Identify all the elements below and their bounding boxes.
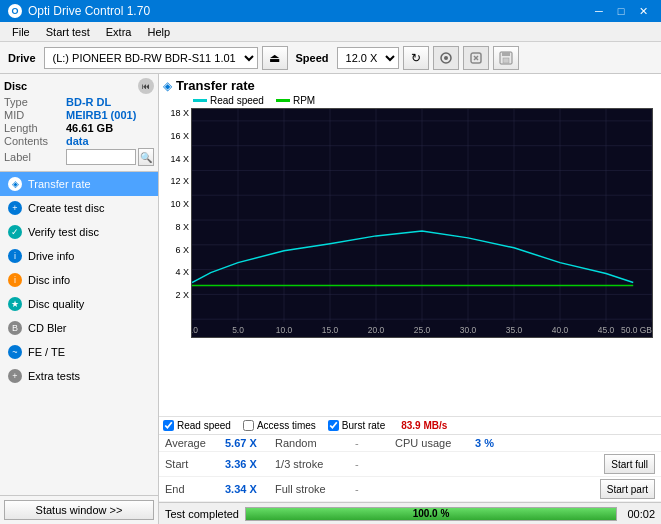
action-btn-2[interactable] [463,46,489,70]
start-part-button[interactable]: Start part [600,479,655,499]
nav-item-fe-te[interactable]: ~ FE / TE [0,340,158,364]
nav-icon-verify-test-disc: ✓ [8,225,22,239]
disc-icon-btn[interactable]: ⏮ [138,78,154,94]
y-label-4: 4 X [163,267,189,277]
nav-item-verify-test-disc[interactable]: ✓ Verify test disc [0,220,158,244]
checkboxes-row: Read speed Access times Burst rate 83.9 … [159,416,661,434]
checkbox-access-times[interactable] [243,420,254,431]
drive-select[interactable]: (L:) PIONEER BD-RW BDR-S11 1.01 [44,47,258,69]
disc-label-input[interactable] [66,149,136,165]
y-label-14: 14 X [163,154,189,164]
svg-rect-6 [502,52,510,56]
nav-label-cd-bler: CD Bler [28,322,67,334]
svg-text:45.0: 45.0 [598,325,615,335]
nav-label-disc-info: Disc info [28,274,70,286]
close-button[interactable]: ✕ [633,3,653,19]
stats-stroke13-label: 1/3 stroke [275,458,355,470]
nav-icon-cd-bler: B [8,321,22,335]
legend-color-read-speed [193,99,207,102]
check-read-speed: Read speed [163,420,231,431]
nav-item-disc-info[interactable]: i Disc info [0,268,158,292]
disc-length-label: Length [4,122,66,134]
legend-label-rpm: RPM [293,95,315,106]
nav-item-extra-tests[interactable]: + Extra tests [0,364,158,388]
window-controls: ─ □ ✕ [589,3,653,19]
nav-item-create-test-disc[interactable]: + Create test disc [0,196,158,220]
disc-type-row: Type BD-R DL [4,96,154,108]
progress-label: Test completed [165,508,239,520]
svg-text:15.0: 15.0 [322,325,339,335]
menu-extra[interactable]: Extra [98,24,140,40]
title-bar: O Opti Drive Control 1.70 ─ □ ✕ [0,0,661,22]
chart-area: ◈ Transfer rate Read speed RPM 18 X 16 X [159,74,661,416]
nav-item-disc-quality[interactable]: ★ Disc quality [0,292,158,316]
stats-random-value: - [355,437,395,449]
y-label-12: 12 X [163,176,189,186]
disc-mid-label: MID [4,109,66,121]
nav-icon-extra-tests: + [8,369,22,383]
menu-start-test[interactable]: Start test [38,24,98,40]
stats-cpu-label: CPU usage [395,437,475,449]
check-burst-rate: Burst rate [328,420,385,431]
check-read-speed-label: Read speed [177,420,231,431]
nav-menu: ◈ Transfer rate + Create test disc ✓ Ver… [0,172,158,495]
stats-random-label: Random [275,437,355,449]
svg-text:35.0: 35.0 [506,325,523,335]
status-bar: Status window >> [0,495,158,524]
nav-item-transfer-rate[interactable]: ◈ Transfer rate [0,172,158,196]
stats-row-1: Average 5.67 X Random - CPU usage 3 % [159,435,661,452]
chart-svg: 0.0 5.0 10.0 15.0 20.0 25.0 30.0 35.0 40… [192,109,652,337]
speed-select[interactable]: 12.0 X [337,47,399,69]
menu-file[interactable]: File [4,24,38,40]
y-axis: 18 X 16 X 14 X 12 X 10 X 8 X 6 X 4 X 2 X… [163,108,191,338]
stats-end-value: 3.34 X [225,483,275,495]
nav-icon-drive-info: i [8,249,22,263]
legend-read-speed: Read speed [193,95,264,106]
stats-row-3: End 3.34 X Full stroke - Start part [159,477,661,502]
stats-end-label: End [165,483,225,495]
progress-bar-outer: 100.0 % [245,507,617,521]
disc-length-value: 46.61 GB [66,122,113,134]
checkbox-read-speed[interactable] [163,420,174,431]
nav-label-extra-tests: Extra tests [28,370,80,382]
svg-text:0.0: 0.0 [192,325,198,335]
nav-item-cd-bler[interactable]: B CD Bler [0,316,158,340]
eject-button[interactable]: ⏏ [262,46,288,70]
action-btn-1[interactable] [433,46,459,70]
stats-stroke13-value: - [355,458,395,470]
nav-item-drive-info[interactable]: i Drive info [0,244,158,268]
svg-text:50.0 GB: 50.0 GB [621,325,652,335]
nav-label-fe-te: FE / TE [28,346,65,358]
nav-label-transfer-rate: Transfer rate [28,178,91,190]
nav-label-drive-info: Drive info [28,250,74,262]
disc-contents-value[interactable]: data [66,135,89,147]
minimize-button[interactable]: ─ [589,3,609,19]
chart-title-text: Transfer rate [176,78,255,93]
svg-rect-7 [503,58,509,63]
legend-rpm: RPM [276,95,315,106]
svg-text:30.0: 30.0 [460,325,477,335]
disc-label-search-btn[interactable]: 🔍 [138,148,154,166]
menu-help[interactable]: Help [139,24,178,40]
svg-text:20.0: 20.0 [368,325,385,335]
maximize-button[interactable]: □ [611,3,631,19]
progress-bar-area: Test completed 100.0 % 00:02 [159,502,661,524]
y-label-8: 8 X [163,222,189,232]
disc-length-row: Length 46.61 GB [4,122,154,134]
nav-icon-disc-info: i [8,273,22,287]
disc-contents-label: Contents [4,135,66,147]
start-full-button[interactable]: Start full [604,454,655,474]
app-icon: O [8,4,22,18]
stats-row-2: Start 3.36 X 1/3 stroke - Start full [159,452,661,477]
svg-text:40.0: 40.0 [552,325,569,335]
stats-start-label: Start [165,458,225,470]
check-burst-rate-label: Burst rate [342,420,385,431]
stats-fullstroke-value: - [355,483,395,495]
check-access-times: Access times [243,420,316,431]
burst-rate-value: 83.9 MB/s [401,420,447,431]
save-button[interactable] [493,46,519,70]
status-window-btn[interactable]: Status window >> [4,500,154,520]
nav-icon-create-test-disc: + [8,201,22,215]
checkbox-burst-rate[interactable] [328,420,339,431]
refresh-button[interactable]: ↻ [403,46,429,70]
